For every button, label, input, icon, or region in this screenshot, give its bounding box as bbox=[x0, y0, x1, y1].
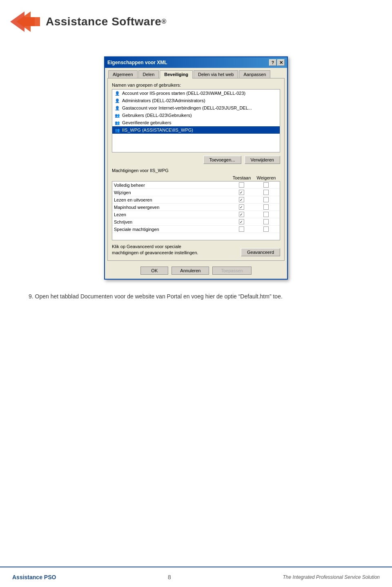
list-item[interactable]: 👤 Account voor IIS-proces starten (DELL-… bbox=[112, 90, 280, 97]
deny-checkbox[interactable] bbox=[254, 197, 278, 202]
allow-checkbox[interactable]: ✓ bbox=[229, 190, 254, 195]
cancel-button[interactable]: Annuleren bbox=[172, 267, 209, 275]
list-item[interactable]: 👤 Administrators (DELL-023\Administrator… bbox=[112, 97, 280, 104]
add-button[interactable]: Toevoegen... bbox=[203, 156, 241, 164]
footer-page-number: 8 bbox=[168, 574, 171, 580]
dialog-titlebar: Eigenschappen voor XML ? ✕ bbox=[105, 57, 287, 68]
user-icon: 👤 bbox=[114, 105, 120, 111]
logo: Assistance Software® bbox=[8, 7, 167, 36]
permissions-table-header: Toestaan Weigeren bbox=[112, 175, 280, 181]
deny-checkbox[interactable] bbox=[254, 226, 278, 232]
titlebar-buttons: ? ✕ bbox=[269, 59, 285, 66]
deny-checkbox[interactable] bbox=[254, 182, 278, 188]
perm-col-deny: Weigeren bbox=[254, 175, 278, 180]
dialog-title: Eigenschappen voor XML bbox=[107, 60, 167, 65]
allow-checkbox[interactable]: ✓ bbox=[229, 219, 254, 224]
users-section-label: Namen van groepen of gebruikers: bbox=[112, 83, 280, 87]
allow-checkbox[interactable] bbox=[229, 182, 254, 188]
apply-button[interactable]: Toepassen bbox=[212, 267, 251, 275]
ok-button[interactable]: OK bbox=[140, 267, 168, 275]
perm-row: Lezen en uitvoeren ✓ bbox=[112, 196, 280, 204]
list-item-selected[interactable]: 👥 IIS_WPG (ASSISTANCE\IIS_WPG) bbox=[112, 126, 280, 134]
step-number: 9. bbox=[29, 293, 33, 300]
user-icon: 👤 bbox=[114, 98, 120, 103]
allow-checkbox[interactable]: ✓ bbox=[229, 204, 254, 210]
deny-checkbox[interactable] bbox=[254, 219, 278, 224]
brand-title: Assistance Software bbox=[46, 15, 161, 28]
user-icon: 👥 bbox=[114, 120, 120, 125]
advanced-section: Klik op Geavanceerd voor specialemachtig… bbox=[112, 244, 280, 256]
tab-delen-web[interactable]: Delen via het web bbox=[194, 70, 238, 78]
allow-checkbox[interactable] bbox=[229, 226, 254, 232]
dialog-footer: OK Annuleren Toepassen bbox=[105, 263, 287, 279]
perm-row: Speciale machtigingen bbox=[112, 226, 280, 233]
advanced-button[interactable]: Geavanceerd bbox=[241, 248, 280, 256]
step-content: Open het tabblad Documenten voor de webs… bbox=[33, 293, 283, 300]
logo-arrows-icon bbox=[8, 7, 41, 36]
properties-dialog: Eigenschappen voor XML ? ✕ Algemeen Dele… bbox=[104, 56, 288, 280]
tab-algemeen[interactable]: Algemeen bbox=[108, 70, 138, 78]
permissions-header: Machtigingen voor IIS_WPG bbox=[112, 168, 280, 173]
allow-checkbox[interactable]: ✓ bbox=[229, 197, 254, 202]
perm-row: Lezen ✓ bbox=[112, 211, 280, 218]
users-listbox[interactable]: 👤 Account voor IIS-proces starten (DELL-… bbox=[112, 89, 280, 152]
perm-row: Mapinhoud weergeven ✓ bbox=[112, 204, 280, 211]
deny-checkbox[interactable] bbox=[254, 204, 278, 210]
perm-row: Schrijven ✓ bbox=[112, 218, 280, 226]
list-item[interactable]: 👥 Geverifieerde gebruikers bbox=[112, 119, 280, 126]
help-button[interactable]: ? bbox=[269, 59, 276, 66]
main-content: Eigenschappen voor XML ? ✕ Algemeen Dele… bbox=[0, 40, 392, 301]
remove-button[interactable]: Verwijderen bbox=[245, 156, 280, 164]
allow-checkbox[interactable]: ✓ bbox=[229, 212, 254, 217]
close-button[interactable]: ✕ bbox=[277, 59, 285, 66]
page-footer: Assistance PSO 8 The Integrated Professi… bbox=[0, 567, 392, 587]
user-icon: 👤 bbox=[114, 90, 120, 96]
dialog-wrapper: Eigenschappen voor XML ? ✕ Algemeen Dele… bbox=[24, 56, 368, 280]
perm-col-name bbox=[114, 175, 229, 180]
user-action-buttons: Toevoegen... Verwijderen bbox=[112, 156, 280, 164]
tab-delen[interactable]: Delen bbox=[138, 70, 159, 78]
tab-aanpassen[interactable]: Aanpassen bbox=[239, 70, 270, 78]
user-icon: 👥 bbox=[114, 112, 120, 118]
perm-row: Wijzigen ✓ bbox=[112, 189, 280, 196]
footer-tagline: The Integrated Professional Service Solu… bbox=[283, 574, 380, 580]
dialog-tabs: Algemeen Delen Beveiliging Delen via het… bbox=[105, 68, 287, 78]
perm-row: Volledig beheer bbox=[112, 181, 280, 189]
dialog-body: Namen van groepen of gebruikers: 👤 Accou… bbox=[107, 78, 285, 261]
list-item[interactable]: 👥 Gebruikers (DELL-023\Gebruikers) bbox=[112, 112, 280, 119]
brand-trademark: ® bbox=[161, 18, 166, 25]
page-header: Assistance Software® bbox=[0, 0, 392, 40]
permissions-listbox[interactable]: Volledig beheer Wijzigen ✓ Lezen en uitv… bbox=[112, 181, 280, 240]
deny-checkbox[interactable] bbox=[254, 190, 278, 195]
advanced-text: Klik op Geavanceerd voor specialemachtig… bbox=[112, 244, 198, 256]
list-item[interactable]: 👤 Gastaccount voor Internet-verbindingen… bbox=[112, 104, 280, 112]
svg-marker-1 bbox=[16, 11, 40, 32]
tab-beveiliging[interactable]: Beveiliging bbox=[160, 70, 193, 78]
user-icon: 👥 bbox=[114, 127, 120, 133]
deny-checkbox[interactable] bbox=[254, 212, 278, 217]
perm-col-allow: Toestaan bbox=[229, 175, 254, 180]
step-text: 9. Open het tabblad Documenten voor de w… bbox=[24, 292, 368, 301]
footer-brand: Assistance PSO bbox=[12, 574, 56, 580]
